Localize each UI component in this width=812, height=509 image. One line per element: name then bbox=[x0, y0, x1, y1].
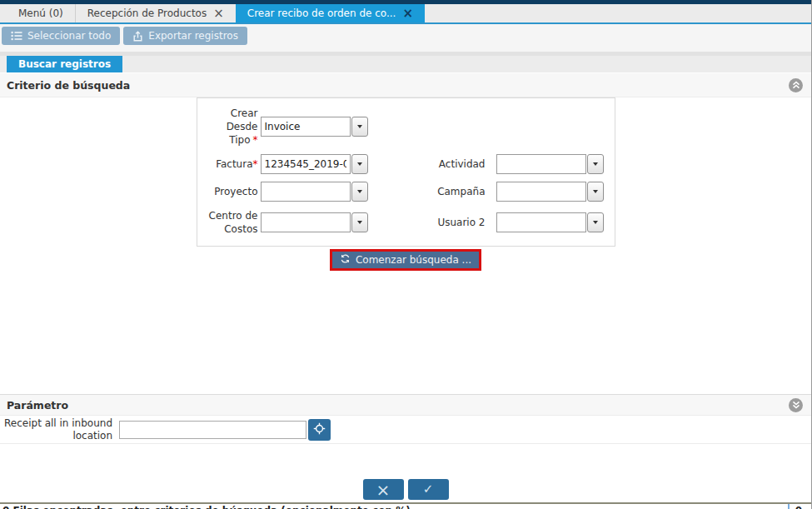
select-all-button[interactable]: Seleccionar todo bbox=[2, 27, 120, 45]
actividad-combobox bbox=[496, 154, 605, 174]
proyecto-input[interactable] bbox=[261, 182, 351, 202]
receipt-inbound-location-input[interactable] bbox=[119, 421, 306, 439]
centro-de-costos-label: Centro de Costos bbox=[207, 209, 258, 236]
checkmark-icon: ✓ bbox=[423, 483, 434, 496]
crear-desde-tipo-combobox bbox=[261, 117, 369, 137]
chevron-double-up-icon bbox=[792, 81, 800, 89]
parameter-row: Receipt all in inbound location bbox=[0, 416, 811, 444]
chevron-down-icon bbox=[593, 190, 598, 193]
dropdown-button[interactable] bbox=[351, 154, 368, 174]
start-search-label: Comenzar búsqueda ... bbox=[356, 254, 471, 266]
record-count: 0 bbox=[795, 505, 802, 509]
chevron-down-icon bbox=[357, 221, 362, 224]
refresh-icon bbox=[340, 253, 351, 267]
centro-de-costos-combobox bbox=[261, 212, 369, 232]
parameter-title: Parámetro bbox=[7, 399, 68, 412]
record-info-button[interactable] bbox=[308, 419, 331, 441]
criteria-area: Crear Desde Tipo* Factura* Actividad bbox=[0, 97, 811, 394]
empty-area bbox=[0, 269, 811, 394]
factura-combobox bbox=[261, 154, 369, 174]
export-records-label: Exportar registros bbox=[148, 30, 238, 42]
usuario-2-input[interactable] bbox=[496, 212, 586, 232]
status-message: 0 Filas encontradas- entre criterios de … bbox=[2, 505, 411, 509]
dropdown-button[interactable] bbox=[351, 212, 368, 232]
tab-menu-label: Menú (0) bbox=[18, 7, 63, 19]
criteria-title: Criterio de búsqueda bbox=[7, 79, 130, 92]
window-tabstrip: Menú (0) Recepción de Productos × Crear … bbox=[0, 4, 811, 24]
cancel-button[interactable]: × bbox=[363, 479, 404, 500]
search-tabs-row: Buscar registros bbox=[0, 56, 811, 73]
tab-recepcion-label: Recepción de Productos bbox=[87, 7, 207, 19]
tab-buscar-registros[interactable]: Buscar registros bbox=[7, 56, 122, 72]
chevron-down-icon bbox=[593, 221, 598, 224]
chevron-down-icon bbox=[357, 190, 362, 193]
search-button-row: Comenzar búsqueda ... bbox=[0, 247, 811, 269]
select-all-label: Seleccionar todo bbox=[27, 30, 111, 42]
collapse-criteria-button[interactable] bbox=[789, 78, 803, 92]
status-bar: 0 Filas encontradas- entre criterios de … bbox=[0, 502, 811, 509]
crear-desde-tipo-label: Crear Desde Tipo* bbox=[207, 107, 258, 147]
buscar-registros-label: Buscar registros bbox=[18, 58, 111, 70]
parameter-panel-header: Parámetro bbox=[0, 394, 811, 416]
start-search-button[interactable]: Comenzar búsqueda ... bbox=[332, 252, 479, 268]
usuario-2-label: Usuario 2 bbox=[371, 216, 494, 229]
proyecto-combobox bbox=[261, 182, 369, 202]
tab-recepcion-de-productos[interactable]: Recepción de Productos × bbox=[75, 4, 236, 22]
dropdown-button[interactable] bbox=[351, 117, 368, 137]
confirm-row: × ✓ bbox=[0, 479, 811, 500]
factura-label: Factura* bbox=[207, 157, 258, 171]
criteria-panel-header: Criterio de búsqueda bbox=[0, 73, 811, 97]
tab-menu[interactable]: Menú (0) bbox=[7, 4, 75, 22]
confirm-button[interactable]: ✓ bbox=[408, 479, 449, 500]
chevron-down-icon bbox=[593, 162, 598, 166]
annotation-highlight: Comenzar búsqueda ... bbox=[330, 249, 481, 271]
actividad-input[interactable] bbox=[496, 154, 586, 174]
usuario-2-combobox bbox=[496, 212, 605, 232]
app-window: Menú (0) Recepción de Productos × Crear … bbox=[0, 0, 812, 509]
status-right: 0 bbox=[788, 504, 809, 509]
toolbar: Seleccionar todo Exportar registros bbox=[0, 24, 811, 52]
factura-input[interactable] bbox=[261, 154, 351, 174]
campana-input[interactable] bbox=[496, 182, 586, 202]
empty-area bbox=[0, 444, 811, 479]
crosshair-icon bbox=[313, 422, 326, 437]
chevron-down-icon bbox=[357, 125, 362, 128]
dropdown-button[interactable] bbox=[587, 182, 604, 202]
required-asterisk: * bbox=[253, 158, 258, 170]
receipt-inbound-location-label: Receipt all in inbound location bbox=[0, 417, 112, 442]
export-records-button[interactable]: Exportar registros bbox=[123, 27, 247, 45]
campana-label: Campaña bbox=[371, 185, 494, 198]
export-icon bbox=[132, 31, 143, 42]
centro-de-costos-input[interactable] bbox=[261, 212, 351, 232]
list-icon bbox=[11, 31, 22, 41]
crear-desde-tipo-input[interactable] bbox=[261, 117, 351, 137]
tab-crear-recibo[interactable]: Crear recibo de orden de co... × bbox=[236, 4, 425, 22]
close-icon[interactable]: × bbox=[402, 7, 413, 20]
dropdown-button[interactable] bbox=[351, 182, 368, 202]
actividad-label: Actividad bbox=[371, 157, 494, 171]
expand-parameter-button[interactable] bbox=[789, 398, 803, 412]
required-asterisk: * bbox=[253, 134, 258, 146]
dropdown-button[interactable] bbox=[587, 154, 604, 174]
search-criteria-form: Crear Desde Tipo* Factura* Actividad bbox=[197, 97, 615, 247]
status-divider bbox=[788, 504, 790, 509]
close-icon[interactable]: × bbox=[213, 7, 224, 20]
tab-crear-recibo-label: Crear recibo de orden de co... bbox=[247, 7, 396, 19]
chevron-down-icon bbox=[357, 162, 362, 166]
proyecto-label: Proyecto bbox=[207, 185, 258, 198]
dropdown-button[interactable] bbox=[587, 212, 604, 232]
chevron-double-down-icon bbox=[792, 401, 800, 409]
campana-combobox bbox=[496, 182, 605, 202]
cancel-x-icon: × bbox=[376, 482, 391, 498]
